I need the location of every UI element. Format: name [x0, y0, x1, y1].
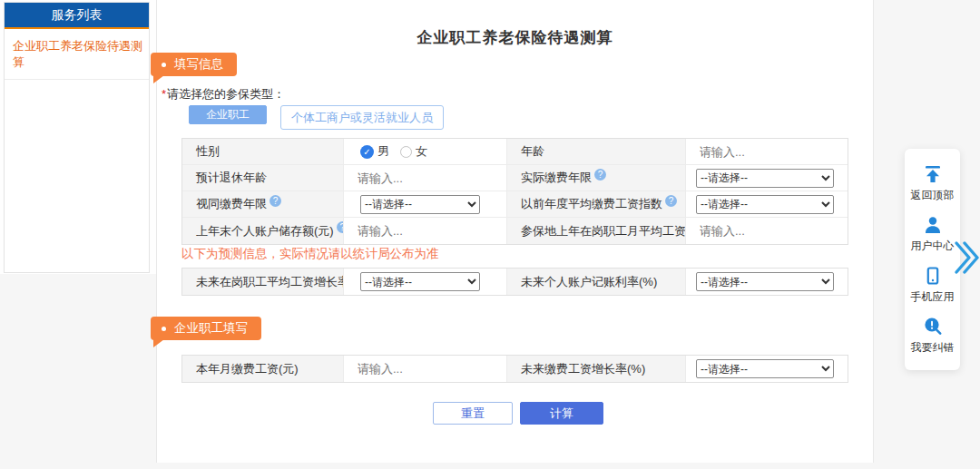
- monthly-wage-input[interactable]: [358, 362, 499, 376]
- future-wage-growth-select[interactable]: --请选择--: [360, 272, 480, 291]
- account-balance-input[interactable]: [358, 224, 499, 238]
- calculate-button[interactable]: 计算: [520, 402, 603, 425]
- deemed-years-label-cell: 视同缴费年限 ?: [182, 191, 344, 218]
- panel-collapse-toggle[interactable]: [954, 239, 979, 280]
- sidebar-header: 服务列表: [5, 3, 149, 29]
- deemed-years-label: 视同缴费年限: [196, 196, 267, 212]
- gender-radio-group: ✓ 男 女: [360, 143, 435, 160]
- avg-wage-index-select[interactable]: --请选择--: [696, 195, 834, 214]
- future-wage-growth-cell: --请选择--: [344, 269, 507, 295]
- section-badge-fill-info: 填写信息: [151, 53, 237, 76]
- type-button-flexible-employment[interactable]: 个体工商户或灵活就业人员: [280, 105, 444, 130]
- actual-years-cell: --请选择--: [686, 165, 848, 191]
- mobile-app-label: 手机应用: [911, 289, 955, 305]
- user-center-item[interactable]: 用户中心: [911, 214, 955, 254]
- age-cell: [686, 139, 848, 165]
- age-input[interactable]: [700, 145, 840, 159]
- gender-label: 性别: [182, 139, 344, 165]
- monthly-wage-label: 本年月缴费工资(元): [182, 356, 344, 382]
- retire-age-cell: [344, 165, 507, 191]
- gender-male-label: 男: [377, 143, 389, 160]
- double-chevron-right-icon: [954, 239, 979, 277]
- insured-type-label-text: 请选择您的参保类型：: [167, 87, 285, 101]
- avg-wage-index-cell: --请选择--: [686, 191, 848, 218]
- account-balance-label: 上年末个人账户储存额(元): [196, 223, 334, 239]
- section-badge-label: 企业职工填写: [174, 320, 248, 337]
- section-badge-label: 填写信息: [174, 56, 223, 73]
- basic-info-table: 性别 ✓ 男 女 年龄 预计退休年龄 实际缴费年限 ? --请选择-- 视同缴费…: [181, 138, 848, 245]
- local-avg-wage-cell: [686, 218, 848, 244]
- account-balance-label-cell: 上年末个人账户储存额(元) ?: [182, 218, 344, 244]
- bullet-icon: [162, 63, 166, 67]
- quick-panel: 返回顶部 用户中心 手机应用 我要纠错: [905, 149, 960, 370]
- retire-age-label: 预计退休年龄: [182, 165, 344, 191]
- insured-type-label: *请选择您的参保类型：: [162, 86, 285, 103]
- prediction-table: 未来在岗职工平均工资增长率(%) --请选择-- 未来个人账户记账利率(%) -…: [181, 268, 848, 296]
- future-account-rate-select[interactable]: --请选择--: [696, 272, 834, 291]
- page: 服务列表 企业职工养老保险待遇测算 企业职工养老保险待遇测算 填写信息 *请选择…: [0, 0, 980, 469]
- future-account-rate-cell: --请选择--: [686, 269, 848, 295]
- back-to-top-item[interactable]: 返回顶部: [911, 163, 955, 203]
- help-icon[interactable]: ?: [337, 221, 344, 233]
- future-pay-growth-cell: --请选择--: [686, 356, 848, 382]
- help-icon[interactable]: ?: [594, 169, 606, 181]
- actual-years-label-cell: 实际缴费年限 ?: [507, 165, 686, 191]
- mobile-app-item[interactable]: 手机应用: [911, 265, 955, 305]
- gender-female-label: 女: [416, 143, 427, 160]
- error-report-label: 我要纠错: [911, 340, 955, 356]
- user-center-label: 用户中心: [911, 239, 955, 254]
- user-icon: [922, 214, 944, 236]
- section-badge-employee-fill: 企业职工填写: [151, 317, 261, 340]
- actual-years-select[interactable]: --请选择--: [696, 169, 834, 188]
- local-avg-wage-label-cell: 参保地上年在岗职工月平均工资(元) ?: [507, 218, 686, 244]
- insured-type-options: 企业职工 个体工商户或灵活就业人员: [189, 105, 444, 130]
- back-to-top-label: 返回顶部: [911, 188, 955, 203]
- service-sidebar: 服务列表 企业职工养老保险待遇测算: [4, 2, 150, 273]
- age-label: 年龄: [507, 139, 686, 165]
- future-pay-growth-label: 未来缴费工资增长率(%): [507, 356, 686, 382]
- required-asterisk: *: [162, 87, 166, 101]
- page-title: 企业职工养老保险待遇测算: [157, 27, 873, 48]
- help-icon[interactable]: ?: [665, 195, 677, 207]
- future-pay-growth-select[interactable]: --请选择--: [696, 359, 834, 378]
- form-actions: 重置 计算: [433, 402, 603, 425]
- gender-cell: ✓ 男 女: [344, 139, 507, 165]
- deemed-years-cell: --请选择--: [344, 191, 507, 218]
- local-avg-wage-label: 参保地上年在岗职工月平均工资(元): [521, 223, 686, 239]
- future-account-rate-label: 未来个人账户记账利率(%): [507, 269, 686, 295]
- error-report-icon: [922, 316, 944, 337]
- deemed-years-select[interactable]: --请选择--: [360, 195, 480, 214]
- sidebar-item-pension-calc[interactable]: 企业职工养老保险待遇测算: [5, 29, 149, 80]
- retire-age-input[interactable]: [358, 171, 499, 185]
- employee-fill-table: 本年月缴费工资(元) 未来缴费工资增长率(%) --请选择--: [181, 355, 848, 383]
- avg-wage-index-label: 以前年度平均缴费工资指数: [521, 196, 662, 212]
- avg-wage-index-label-cell: 以前年度平均缴费工资指数 ?: [507, 191, 686, 218]
- bullet-icon: [162, 327, 166, 331]
- type-button-company-employee[interactable]: 企业职工: [189, 105, 267, 124]
- help-icon[interactable]: ?: [270, 195, 281, 207]
- account-balance-cell: [344, 218, 507, 244]
- prediction-note: 以下为预测信息，实际情况请以统计局公布为准: [181, 246, 439, 262]
- monthly-wage-cell: [344, 356, 507, 382]
- back-to-top-icon: [922, 163, 944, 185]
- reset-button[interactable]: 重置: [433, 402, 513, 425]
- local-avg-wage-input[interactable]: [700, 224, 840, 238]
- error-report-item[interactable]: 我要纠错: [911, 316, 955, 356]
- radio-checked-icon[interactable]: ✓: [360, 145, 374, 159]
- radio-unchecked-icon[interactable]: [400, 146, 412, 158]
- actual-years-label: 实际缴费年限: [521, 170, 592, 186]
- phone-icon: [922, 265, 944, 287]
- future-wage-growth-label: 未来在岗职工平均工资增长率(%): [182, 269, 344, 295]
